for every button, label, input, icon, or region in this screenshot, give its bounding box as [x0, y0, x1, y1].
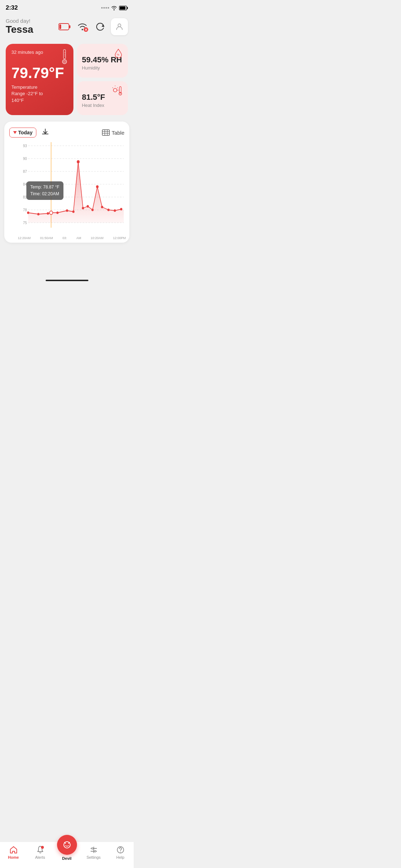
svg-text:90: 90	[23, 157, 27, 161]
svg-rect-27	[102, 130, 109, 135]
svg-point-50	[47, 212, 49, 215]
svg-point-49	[37, 213, 40, 216]
svg-rect-4	[69, 25, 71, 28]
download-button[interactable]	[40, 126, 51, 139]
chart-toolbar-left: Today	[9, 126, 51, 139]
svg-text:✕: ✕	[84, 28, 87, 32]
svg-rect-5	[60, 24, 61, 29]
humidity-card: % 59.45% RH Humidity	[77, 44, 128, 78]
temperature-chart: 93 90 87 84 81 78 75	[19, 142, 124, 235]
signal-icon	[101, 7, 109, 9]
download-icon	[41, 128, 49, 136]
x-label-2: 03:	[62, 236, 67, 240]
low-battery-icon	[58, 23, 71, 30]
svg-rect-2	[120, 6, 125, 10]
temp-time-ago: 32 minutes ago	[11, 50, 68, 55]
humidity-icon: %	[113, 47, 124, 60]
svg-point-61	[107, 209, 109, 211]
svg-point-57	[87, 205, 89, 208]
svg-text:84: 84	[23, 182, 27, 187]
table-icon	[102, 129, 110, 136]
chart-area[interactable]: 93 90 87 84 81 78 75	[8, 142, 126, 235]
svg-marker-26	[13, 131, 17, 134]
heat-index-card: 81.5°F Heat Index	[77, 81, 128, 115]
svg-point-55	[77, 160, 79, 164]
home-indicator	[46, 280, 88, 281]
temperature-card: 32 minutes ago 79.79°F TemperatureRange …	[6, 44, 73, 115]
x-label-0: 12:20AM	[18, 236, 31, 240]
svg-point-59	[96, 185, 98, 188]
svg-line-20	[113, 88, 113, 88]
svg-text:87: 87	[23, 170, 27, 174]
header-icons: ✕	[57, 18, 128, 35]
heat-index-icon	[112, 85, 124, 97]
right-cards: % 59.45% RH Humidity	[77, 44, 128, 115]
svg-point-64	[50, 211, 53, 215]
svg-line-21	[117, 88, 118, 88]
x-label-5: 12:00PM	[113, 236, 126, 240]
chart-card: Today Table	[4, 122, 129, 243]
temperature-value: 79.79°F	[11, 65, 68, 81]
svg-point-63	[120, 208, 122, 211]
svg-point-48	[27, 212, 29, 214]
table-button[interactable]: Table	[102, 129, 124, 136]
today-filter-button[interactable]: Today	[9, 128, 36, 138]
svg-point-15	[62, 60, 67, 64]
battery-status-icon	[119, 6, 128, 10]
heat-index-label: Heat Index	[82, 103, 123, 108]
profile-icon	[115, 22, 124, 31]
table-button-label: Table	[112, 130, 124, 136]
wifi-icon	[111, 5, 117, 10]
chart-toolbar: Today Table	[8, 126, 126, 142]
status-time: 2:32	[6, 4, 18, 11]
svg-point-52	[56, 212, 58, 214]
humidity-label: Humidity	[82, 65, 123, 71]
chevron-down-icon	[13, 131, 17, 134]
refresh-button[interactable]	[93, 20, 107, 34]
svg-text:78: 78	[23, 208, 27, 212]
x-label-4: 10:20AM	[91, 236, 103, 240]
svg-text:75: 75	[23, 221, 27, 225]
user-name: Tessa	[6, 24, 33, 35]
svg-point-54	[72, 211, 74, 213]
svg-point-62	[114, 210, 116, 212]
profile-button[interactable]	[111, 18, 128, 35]
svg-rect-1	[127, 7, 128, 9]
refresh-icon	[95, 22, 105, 32]
thermometer-icon	[61, 49, 68, 66]
svg-rect-22	[119, 87, 121, 93]
greeting-text: Good day!	[6, 18, 33, 24]
temperature-label: TemperatureRange -22°F to140°F	[11, 84, 68, 104]
x-label-3: AM	[76, 236, 81, 240]
svg-marker-9	[102, 25, 104, 27]
low-battery-button[interactable]	[57, 20, 72, 34]
svg-text:93: 93	[23, 144, 27, 148]
header: Good day! Tessa ✕	[0, 14, 134, 38]
svg-text:81: 81	[23, 195, 27, 200]
x-axis: 12:20AM 01:50AM 03: AM 10:20AM 12:00PM	[8, 235, 126, 243]
svg-point-53	[66, 210, 68, 212]
wifi-error-icon: ✕	[76, 22, 88, 32]
status-bar: 2:32	[0, 0, 134, 14]
svg-point-60	[101, 206, 103, 208]
greeting-block: Good day! Tessa	[6, 18, 33, 35]
svg-point-56	[82, 207, 84, 210]
svg-point-17	[113, 88, 117, 92]
status-icons	[101, 5, 128, 10]
x-label-1: 01:50AM	[40, 236, 53, 240]
wifi-error-button[interactable]: ✕	[75, 20, 89, 34]
svg-point-58	[91, 209, 93, 211]
today-button-label: Today	[18, 130, 32, 135]
svg-point-10	[118, 24, 121, 27]
cards-row: 32 minutes ago 79.79°F TemperatureRange …	[0, 38, 134, 118]
svg-point-23	[119, 92, 122, 95]
svg-text:%: %	[117, 53, 119, 56]
